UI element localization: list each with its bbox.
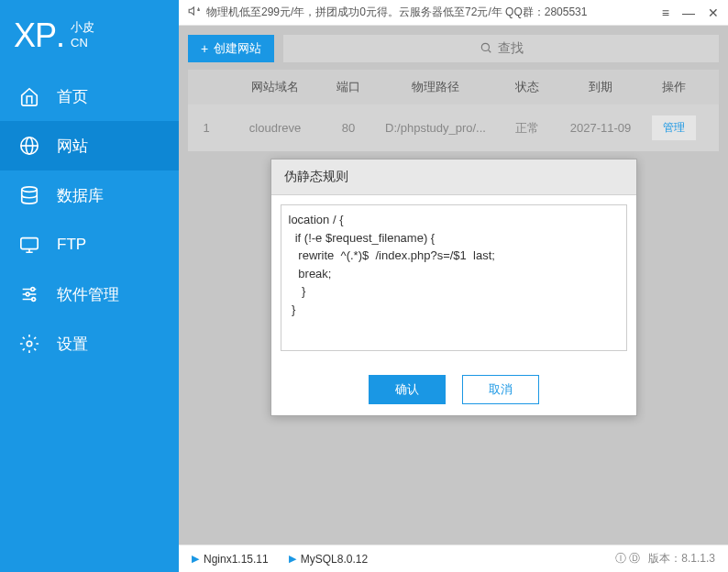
logo-dot: . (56, 16, 65, 55)
nav-home[interactable]: 首页 (0, 72, 179, 121)
nav-settings-label: 设置 (57, 334, 88, 355)
announcement-text: 物理机低至299元/年，拼团成功0元得。云服务器低至72元/年 QQ群：2805… (206, 5, 587, 20)
nav-software[interactable]: 软件管理 (0, 270, 179, 319)
close-icon[interactable]: ✕ (708, 6, 719, 20)
nav-website[interactable]: 网站 (0, 121, 179, 170)
topbar: 物理机低至299元/年，拼团成功0元得。云服务器低至72元/年 QQ群：2805… (179, 0, 728, 26)
nav-ftp[interactable]: FTP (0, 220, 179, 270)
cancel-button[interactable]: 取消 (462, 375, 539, 404)
svg-point-2 (22, 187, 38, 192)
gear-icon (18, 333, 40, 355)
menu-icon[interactable]: ≡ (662, 6, 669, 20)
nginx-label: Nginx1.15.11 (204, 553, 269, 566)
dialog-overlay: 伪静态规则 确认 取消 (179, 26, 728, 544)
logo-sub: 小皮 CN (71, 20, 94, 51)
rewrite-rule-dialog: 伪静态规则 确认 取消 (270, 159, 637, 416)
mysql-label: MySQL8.0.12 (301, 553, 368, 566)
nav-website-label: 网站 (57, 136, 88, 157)
svg-point-4 (31, 288, 35, 292)
svg-point-7 (27, 341, 32, 346)
main-area: 物理机低至299元/年，拼团成功0元得。云服务器低至72元/年 QQ群：2805… (179, 0, 728, 572)
confirm-button[interactable]: 确认 (369, 375, 446, 404)
minimize-icon[interactable]: — (682, 6, 695, 20)
sidebar: XP . 小皮 CN 首页 网站 数据库 FTP 软件管理 (0, 0, 179, 572)
nginx-service[interactable]: ▶ Nginx1.15.11 (192, 553, 269, 566)
nav-software-label: 软件管理 (57, 284, 119, 305)
logo-main: XP (14, 16, 56, 55)
nav-home-label: 首页 (57, 86, 88, 107)
nav-database-label: 数据库 (57, 185, 104, 206)
window-controls: ≡ — ✕ (662, 6, 719, 20)
svg-point-6 (32, 298, 36, 302)
nav-settings[interactable]: 设置 (0, 319, 179, 368)
globe-icon (18, 135, 40, 157)
rewrite-rule-textarea[interactable] (281, 204, 627, 351)
nav-database[interactable]: 数据库 (0, 170, 179, 220)
sliders-icon (18, 283, 40, 305)
speaker-icon (188, 5, 201, 20)
dialog-footer: 确认 取消 (271, 364, 636, 415)
database-icon (18, 184, 40, 206)
svg-point-5 (26, 292, 29, 296)
logo: XP . 小皮 CN (0, 0, 179, 72)
monitor-icon (18, 234, 40, 256)
play-icon: ▶ (289, 553, 296, 565)
dialog-title: 伪静态规则 (271, 160, 636, 195)
play-icon: ▶ (192, 553, 199, 565)
statusbar: ▶ Nginx1.15.11 ▶ MySQL8.0.12 Ⓘ Ⓓ 版本：8.1.… (179, 544, 728, 572)
home-icon (18, 85, 40, 107)
dialog-body (271, 195, 636, 364)
content-area: + 创建网站 查找 网站域名 端口 物理路径 状态 到期 操作 1 cloudr… (179, 26, 728, 544)
version-info: Ⓘ Ⓓ 版本：8.1.1.3 (615, 551, 715, 566)
mysql-service[interactable]: ▶ MySQL8.0.12 (289, 553, 368, 566)
nav-ftp-label: FTP (57, 236, 86, 254)
svg-rect-3 (21, 238, 38, 249)
